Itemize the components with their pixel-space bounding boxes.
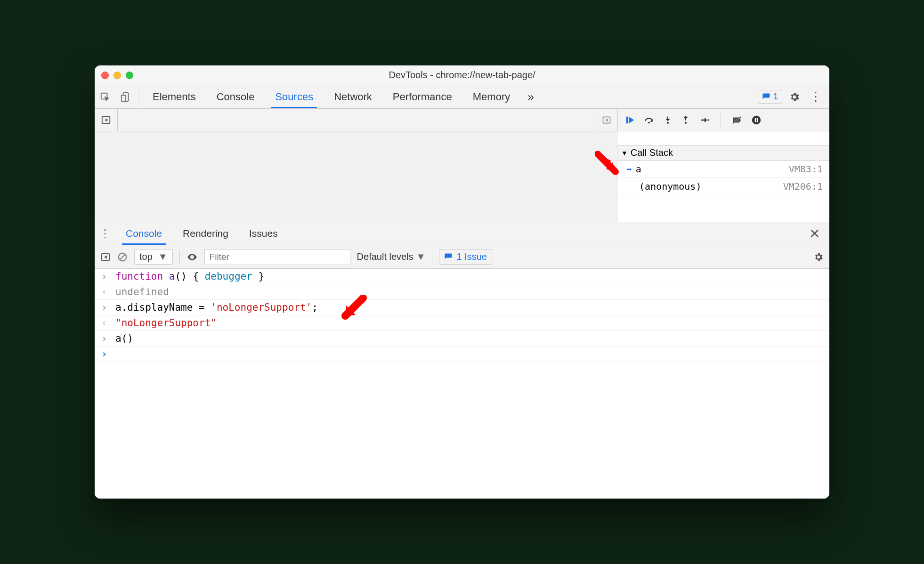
console-row: ‹undefined [95,284,829,300]
main-tabbar: ElementsConsoleSourcesNetworkPerformance… [95,85,829,109]
window-titlebar: DevTools - chrome://new-tab-page/ [95,65,829,85]
console-row: ›function a() { debugger } [95,269,829,284]
more-tabs-button[interactable]: » [520,85,541,108]
svg-point-6 [648,121,650,123]
pause-on-exceptions-icon[interactable] [751,115,762,125]
console-row: ›a() [95,331,829,346]
svg-point-9 [707,119,709,121]
svg-rect-15 [755,118,756,122]
step-icon[interactable] [699,115,710,125]
svg-point-8 [685,121,687,123]
call-stack-frame[interactable]: ➡aVM83:1 [617,161,829,178]
scope-collapsed-row[interactable] [617,131,829,145]
log-levels-dropdown[interactable]: Default levels ▼ [357,251,426,262]
console-settings-icon[interactable] [813,252,824,262]
svg-rect-16 [757,118,758,122]
sources-toolbar [95,109,829,131]
console-row[interactable]: › [95,346,829,362]
tab-console[interactable]: Console [206,85,265,108]
tab-performance[interactable]: Performance [382,85,462,108]
settings-icon[interactable] [789,91,800,103]
editor-area[interactable] [95,131,617,222]
call-stack-header[interactable]: ▼ Call Stack [617,145,829,161]
devtools-window: DevTools - chrome://new-tab-page/ Elemen… [95,65,829,499]
context-selector[interactable]: top ▼ [134,249,173,265]
run-snippet-icon[interactable] [100,252,111,262]
debugger-sidebar: ▼ Call Stack ➡aVM83:1(anonymous)VM206:1 [617,131,829,222]
sources-panel: ▼ Call Stack ➡aVM83:1(anonymous)VM206:1 [95,131,829,222]
tab-network[interactable]: Network [324,85,382,108]
live-expression-icon[interactable] [186,251,198,263]
call-stack-label: Call Stack [631,147,673,158]
svg-line-19 [120,254,125,259]
issue-link[interactable]: 1 Issue [439,249,492,265]
console-row: ‹"noLongerSupport" [95,315,829,331]
tab-memory[interactable]: Memory [462,85,520,108]
drawer-tab-console[interactable]: Console [115,222,172,245]
window-title: DevTools - chrome://new-tab-page/ [95,70,829,81]
step-over-icon[interactable] [643,115,655,125]
issues-count: 1 [773,92,778,102]
toggle-drawer-icon[interactable] [595,109,617,131]
console-log[interactable]: ›function a() { debugger }‹undefined›a.d… [95,269,829,499]
svg-point-7 [667,121,669,123]
svg-point-14 [752,115,761,124]
close-drawer-icon[interactable]: ✕ [800,222,829,245]
deactivate-breakpoints-icon[interactable] [731,115,743,125]
drawer-tabbar: ⋮ ConsoleRenderingIssues ✕ [95,222,829,245]
debugger-toolbar [617,109,829,131]
drawer-tab-issues[interactable]: Issues [239,222,288,245]
device-toolbar-icon[interactable] [115,85,136,108]
kebab-menu-icon[interactable]: ⋮ [807,89,825,104]
console-row: ›a.displayName = 'noLongerSupport'; [95,300,829,315]
drawer-menu-icon[interactable]: ⋮ [95,222,115,245]
context-label: top [139,251,153,262]
console-toolbar: top ▼ Default levels ▼ 1 Issue [95,245,829,269]
clear-console-icon[interactable] [117,252,128,262]
svg-rect-5 [626,116,628,123]
step-into-icon[interactable] [663,115,673,125]
call-stack-frame[interactable]: (anonymous)VM206:1 [617,178,829,195]
tab-sources[interactable]: Sources [265,85,324,108]
issues-badge[interactable]: 1 [758,90,782,104]
resume-button[interactable] [624,115,635,125]
svg-rect-2 [122,95,126,101]
tab-elements[interactable]: Elements [142,85,206,108]
inspect-element-icon[interactable] [95,85,115,108]
console-filter-input[interactable] [204,249,350,265]
drawer-tab-rendering[interactable]: Rendering [172,222,239,245]
show-navigator-icon[interactable] [95,115,117,125]
step-out-icon[interactable] [681,115,690,125]
